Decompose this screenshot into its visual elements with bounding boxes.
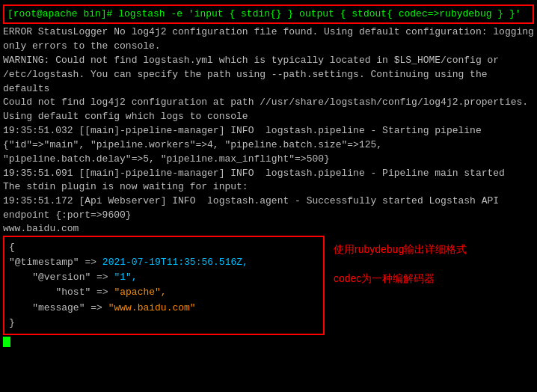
output-host-line: "host" => "apache", [9,285,319,300]
output-close-brace: } [9,316,319,331]
cursor-line [0,335,537,349]
terminal-window: [root@apache bin]# logstash -e 'input { … [0,0,537,392]
annotation-area: 使用rubydebug输出详细格式 codec为一种编解码器 [325,236,534,335]
version-arrow: => [90,272,114,283]
host-arrow: => [90,287,114,298]
host-val: "apache", [114,287,166,298]
log-line-5: 19:35:51.091 [[main]-pipeline-manager] I… [3,167,534,181]
command-box: [root@apache bin]# logstash -e 'input { … [3,4,534,24]
host-key: "host" [55,287,90,298]
timestamp-key: "@timestamp" [9,257,79,268]
message-arrow: => [85,302,108,313]
version-key: "@version" [32,272,90,283]
output-message-line: "message" => "www.baidu.com" [9,301,319,316]
command-text: logstash -e 'input { stdin{} } output { … [112,8,521,19]
output-box: { "@timestamp" => 2021-07-19T11:35:56.51… [3,236,325,335]
log-line-6: The stdin plugin is now waiting for inpu… [3,180,534,195]
log-section: ERROR StatusLogger No log4j2 configurati… [0,25,537,223]
log-line-1: ERROR StatusLogger No log4j2 configurati… [3,25,534,54]
message-val: "www.baidu.com" [108,302,196,313]
input-line-area: www.baidu.com [0,223,537,234]
log-line-4: 19:35:51.032 [[main]-pipeline-manager] I… [3,124,534,167]
version-val: "1", [114,272,137,283]
annotation-second: codec为一种编解码器 [334,271,525,287]
log-line-3: Could not find log4j2 configuration at p… [3,96,534,124]
stdin-input: www.baidu.com [3,223,79,234]
terminal-cursor [3,337,10,347]
timestamp-arrow: => [79,257,102,268]
annotation-first: 使用rubydebug输出详细格式 [334,242,525,257]
timestamp-val: 2021-07-19T11:35:56.516Z, [102,257,248,268]
output-timestamp-line: "@timestamp" => 2021-07-19T11:35:56.516Z… [9,255,319,270]
output-version-line: "@version" => "1", [9,270,319,285]
message-key: "message" [32,302,85,313]
log-line-7: 19:35:51.172 [Api Webserver] INFO logsta… [3,195,534,223]
command-prompt: [root@apache bin]# [7,8,112,19]
output-area: { "@timestamp" => 2021-07-19T11:35:56.51… [3,236,534,335]
log-line-2: WARNING: Could not find logstash.yml whi… [3,54,534,97]
output-open-brace: { [9,240,319,255]
